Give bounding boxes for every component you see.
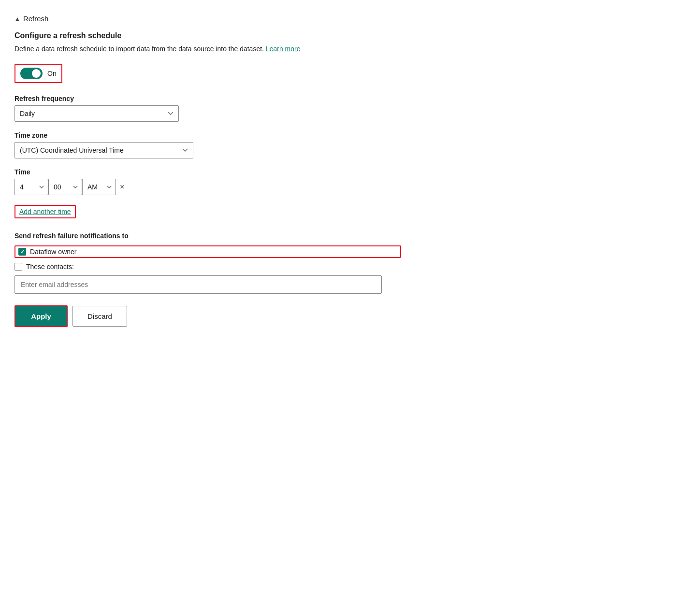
toggle-label: On — [47, 70, 57, 77]
discard-button[interactable]: Discard — [72, 306, 127, 327]
hour-select[interactable]: 1 2 3 4 5 6 7 8 9 10 11 12 — [14, 179, 48, 195]
timezone-label: Time zone — [14, 131, 401, 139]
notifications-group: Send refresh failure notifications to Da… — [14, 232, 401, 294]
time-clear-button[interactable]: × — [120, 183, 124, 191]
ampm-select[interactable]: AM PM — [82, 179, 116, 195]
dataflow-owner-checkbox[interactable] — [18, 248, 26, 256]
page-title: Refresh — [23, 14, 49, 23]
timezone-group: Time zone (UTC) Coordinated Universal Ti… — [14, 131, 401, 158]
collapse-icon[interactable]: ▲ — [14, 15, 20, 22]
learn-more-link[interactable]: Learn more — [266, 45, 301, 53]
time-group: Time 1 2 3 4 5 6 7 8 9 10 11 12 00 15 30… — [14, 168, 401, 195]
timezone-select[interactable]: (UTC) Coordinated Universal Time (UTC-05… — [14, 142, 193, 158]
minute-select[interactable]: 00 15 30 45 — [48, 179, 82, 195]
these-contacts-checkbox[interactable] — [14, 263, 22, 271]
frequency-group: Refresh frequency Daily Weekly Monthly — [14, 95, 401, 122]
time-row: 1 2 3 4 5 6 7 8 9 10 11 12 00 15 30 45 A… — [14, 179, 401, 195]
time-label: Time — [14, 168, 401, 176]
section-title: Configure a refresh schedule — [14, 31, 401, 40]
these-contacts-label: These contacts: — [26, 263, 74, 271]
frequency-label: Refresh frequency — [14, 95, 401, 102]
frequency-select[interactable]: Daily Weekly Monthly — [14, 105, 179, 122]
notifications-label: Send refresh failure notifications to — [14, 232, 401, 240]
toggle-container: On — [14, 64, 62, 83]
button-row: Apply Discard — [14, 305, 401, 327]
apply-button[interactable]: Apply — [14, 305, 68, 327]
dataflow-owner-label: Dataflow owner — [30, 248, 77, 256]
section-description: Define a data refresh schedule to import… — [14, 44, 401, 54]
these-contacts-row: These contacts: — [14, 263, 401, 271]
email-input[interactable] — [14, 275, 382, 294]
page-header: ▲ Refresh — [14, 14, 401, 23]
add-another-time-link[interactable]: Add another time — [14, 205, 76, 218]
dataflow-owner-row: Dataflow owner — [14, 245, 401, 258]
refresh-toggle[interactable] — [20, 68, 43, 79]
